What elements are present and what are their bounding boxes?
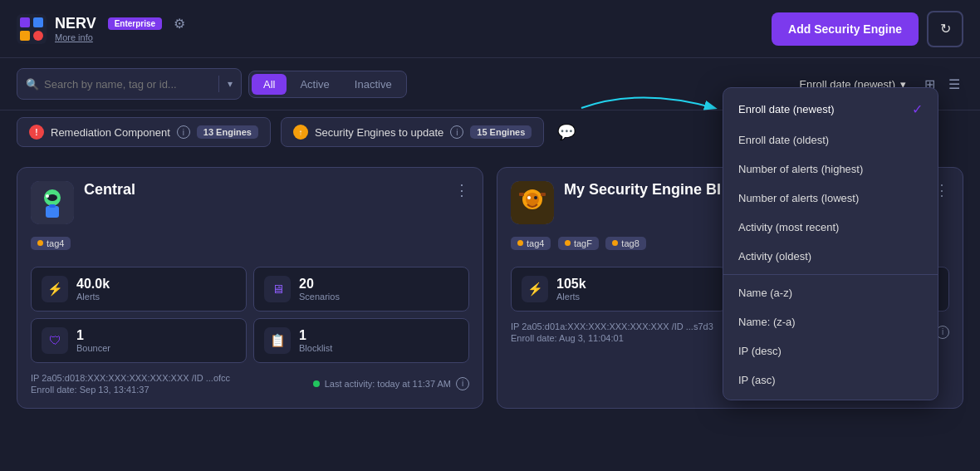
- svg-rect-9: [46, 206, 59, 218]
- search-chevron-button[interactable]: ▾: [228, 78, 233, 90]
- sort-option-label-ip-asc: IP (asc): [738, 374, 776, 386]
- card-avatar-central: [31, 181, 74, 224]
- view-list-button[interactable]: ☰: [945, 73, 963, 96]
- svg-point-14: [527, 196, 531, 199]
- status-dot-central: [313, 380, 320, 387]
- update-icon: ↑: [293, 125, 308, 140]
- sort-option-ip-desc[interactable]: IP (desc): [723, 336, 938, 366]
- search-icon: 🔍: [26, 78, 39, 91]
- svg-point-8: [46, 194, 49, 198]
- card-ip-central: IP 2a05:d018:XXX:XXX:XXX:XXX:XXX /ID ...…: [31, 373, 230, 383]
- tab-inactive[interactable]: Inactive: [343, 74, 404, 95]
- sort-option-label-enroll-newest: Enroll date (newest): [738, 103, 835, 115]
- tag-dot-1: [517, 240, 523, 246]
- card-enroll-my-security-engine: Enroll date: Aug 3, 11:04:01: [511, 333, 713, 343]
- update-count: 15 Engines: [470, 125, 532, 139]
- sort-option-label-enroll-oldest: Enroll date (oldest): [738, 134, 829, 146]
- alerts-value: 40.0k: [76, 277, 110, 292]
- topbar: NERV Enterprise ⚙ More info Add Security…: [0, 0, 980, 58]
- stat-blocklist: 📋 1 Blocklist: [253, 318, 469, 363]
- stat-bouncer: 🛡 1 Bouncer: [31, 318, 247, 363]
- tag-tag8: tag8: [605, 237, 645, 250]
- tag-tagf: tagF: [558, 237, 599, 250]
- tag-dot-2: [565, 240, 571, 246]
- svg-rect-3: [20, 31, 30, 41]
- tag-dot-3: [612, 240, 618, 246]
- refresh-icon: ↻: [940, 21, 951, 37]
- last-activity-central: Last activity: today at 11:37 AM: [325, 379, 451, 389]
- card-header-central: Central ⋮: [31, 181, 469, 224]
- chat-icon[interactable]: 💬: [557, 123, 576, 141]
- scenarios-label: Scenarios: [299, 292, 340, 302]
- sort-option-enroll-newest[interactable]: Enroll date (newest) ✓: [723, 93, 938, 125]
- sort-dropdown-menu: Enroll date (newest) ✓ Enroll date (olde…: [723, 87, 938, 400]
- brand-info: NERV Enterprise ⚙ More info: [55, 15, 185, 42]
- sort-option-label-ip-desc: IP (desc): [738, 345, 782, 357]
- brand-name: NERV: [55, 15, 96, 32]
- gear-icon[interactable]: ⚙: [174, 16, 185, 32]
- bouncer-icon: 🛡: [42, 327, 68, 354]
- bouncer-value: 1: [76, 328, 110, 343]
- stat-scenarios: 🖥 20 Scenarios: [253, 267, 469, 312]
- alerts-icon: ⚡: [42, 276, 68, 302]
- card-tags-central: tag4: [31, 234, 469, 258]
- nerv-logo-icon: [17, 14, 47, 44]
- sort-option-name-az[interactable]: Name (a-z): [723, 278, 938, 307]
- sort-option-label-activity-recent: Activity (most recent): [738, 221, 839, 233]
- sort-check-icon: ✓: [912, 101, 923, 117]
- blocklist-icon: 📋: [264, 327, 291, 354]
- sort-option-label-activity-oldest: Activity (oldest): [738, 250, 811, 262]
- svg-rect-10: [49, 204, 56, 208]
- sort-option-ip-asc[interactable]: IP (asc): [723, 366, 938, 395]
- more-info-link[interactable]: More info: [55, 32, 185, 42]
- search-input[interactable]: [44, 78, 210, 91]
- sort-option-activity-recent[interactable]: Activity (most recent): [723, 213, 938, 242]
- tab-active[interactable]: Active: [288, 74, 341, 95]
- update-pill: ↑ Security Engines to update i 15 Engine…: [281, 117, 544, 147]
- search-wrapper: 🔍 ▾: [17, 68, 242, 100]
- sort-option-label-alerts-highest: Number of alerts (highest): [738, 163, 863, 175]
- card-footer-left-my-security-engine: IP 2a05:d01a:XXX:XXX:XXX:XXX:XXX /ID ...…: [511, 321, 713, 343]
- add-engine-button[interactable]: Add Security Engine: [772, 12, 919, 46]
- update-info-icon[interactable]: i: [450, 125, 463, 139]
- search-divider: [218, 76, 219, 92]
- sort-option-alerts-lowest[interactable]: Number of alerts (lowest): [723, 184, 938, 213]
- alerts-label-2: Alerts: [556, 292, 586, 302]
- svg-point-15: [534, 196, 537, 199]
- sort-option-name-za[interactable]: Name: (z-a): [723, 307, 938, 336]
- blocklist-value: 1: [299, 328, 332, 343]
- remediation-label: Remediation Component: [51, 126, 170, 139]
- remediation-pill: ! Remediation Component i 13 Engines: [17, 117, 271, 147]
- tab-all[interactable]: All: [252, 74, 287, 95]
- svg-rect-16: [519, 193, 524, 196]
- blocklist-label: Blocklist: [299, 343, 332, 353]
- alerts-icon-2: ⚡: [522, 276, 548, 302]
- card-menu-central[interactable]: ⋮: [454, 181, 469, 199]
- sort-option-enroll-oldest[interactable]: Enroll date (oldest): [723, 125, 938, 155]
- svg-point-4: [33, 31, 43, 41]
- card-ip-my-security-engine: IP 2a05:d01a:XXX:XXX:XXX:XXX:XXX /ID ...…: [511, 321, 713, 331]
- sort-option-label-alerts-lowest: Number of alerts (lowest): [738, 192, 859, 204]
- tag-tag4: tag4: [31, 237, 71, 250]
- update-label: Security Engines to update: [315, 126, 443, 139]
- refresh-button[interactable]: ↻: [927, 11, 963, 47]
- remediation-count: 13 Engines: [197, 125, 258, 139]
- logo-area: NERV Enterprise ⚙ More info: [17, 14, 185, 44]
- remediation-info-icon[interactable]: i: [177, 125, 190, 139]
- alerts-label: Alerts: [76, 292, 110, 302]
- card-avatar-my-security-engine: [511, 181, 554, 224]
- scenarios-icon: 🖥: [264, 276, 291, 302]
- card-enroll-central: Enroll date: Sep 13, 13:41:37: [31, 385, 230, 395]
- bouncer-label: Bouncer: [76, 343, 110, 353]
- sort-option-activity-oldest[interactable]: Activity (oldest): [723, 242, 938, 271]
- enterprise-badge: Enterprise: [108, 17, 162, 30]
- tag-tag4-2: tag4: [511, 237, 551, 250]
- card-footer-central: IP 2a05:d018:XXX:XXX:XXX:XXX:XXX /ID ...…: [31, 373, 469, 395]
- svg-rect-17: [541, 193, 546, 196]
- sort-option-label-name-za: Name: (z-a): [738, 316, 796, 328]
- scenarios-value: 20: [299, 277, 340, 292]
- sort-option-alerts-highest[interactable]: Number of alerts (highest): [723, 155, 938, 184]
- footer-info-icon-central[interactable]: i: [456, 377, 469, 390]
- card-footer-left-central: IP 2a05:d018:XXX:XXX:XXX:XXX:XXX /ID ...…: [31, 373, 230, 395]
- remediation-icon: !: [29, 125, 44, 140]
